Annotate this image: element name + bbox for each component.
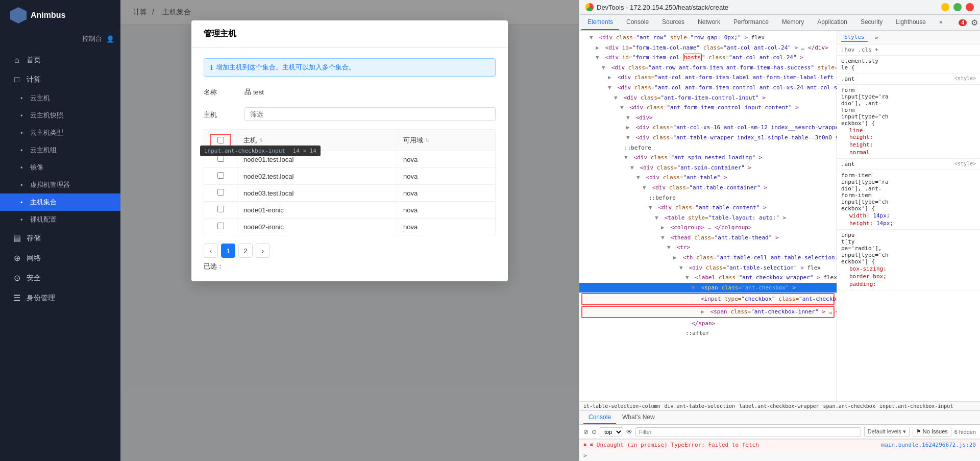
sidebar-item-cloud-host[interactable]: 云主机 <box>0 89 120 107</box>
sort-icon[interactable]: ⇅ <box>259 137 263 143</box>
bc-item[interactable]: span.ant-checkbox <box>823 403 875 409</box>
bottom-tabs: Console What's New <box>579 411 980 425</box>
sidebar-item-image[interactable]: 镜像 <box>0 159 120 176</box>
tab-application[interactable]: Application <box>811 15 853 30</box>
xml-line[interactable]: ▼ <tr> <box>579 242 837 253</box>
console-clear-icon[interactable]: ⊘ <box>583 428 589 435</box>
xml-line[interactable]: ▼ <div class="ant-form-item-control-inpu… <box>579 93 837 103</box>
user-icon[interactable]: 👤 <box>106 35 114 43</box>
sidebar-item-compute[interactable]: □ 计算 <box>0 70 120 89</box>
console-filter-icon[interactable]: ⊙ <box>592 428 597 435</box>
xml-line[interactable]: ▼ <div class="ant-table-container" > <box>579 183 837 193</box>
xml-line[interactable]: ▼ <div class="ant-row ant-form-item ant-… <box>579 63 837 73</box>
sidebar-item-network[interactable]: ⊕ 网络 <box>0 248 120 268</box>
xml-line[interactable]: ▼ <div class="ant-table" > <box>579 173 837 183</box>
console-eye-icon[interactable]: 👁 <box>626 428 632 435</box>
row-checkbox[interactable] <box>217 223 224 229</box>
page-2-button[interactable]: 2 <box>238 244 253 258</box>
row-zone: nova <box>397 185 496 202</box>
sidebar-item-identity[interactable]: ☰ 身份管理 <box>0 288 120 308</box>
sidebar-item-host-cluster[interactable]: 主机集合 <box>0 193 120 211</box>
bc-item[interactable]: label.ant-checkbox-wrapper <box>739 403 819 409</box>
xml-line[interactable]: ▼ <div class="ant-spin-nested-loading" > <box>579 153 837 163</box>
xml-line[interactable]: ▼ <div class="ant-table-selection" > fle… <box>579 263 837 273</box>
styles-tab-more[interactable]: » <box>872 33 881 42</box>
sidebar-item-cloud-type[interactable]: 云主机类型 <box>0 124 120 141</box>
xml-line[interactable]: ▼ <div class="ant-table-wrapper index_s1… <box>579 133 837 143</box>
sidebar-item-home[interactable]: ⌂ 首页 <box>0 51 120 70</box>
bc-item[interactable]: div.ant-table-selection <box>665 403 735 409</box>
sort-zone-icon[interactable]: ⇅ <box>425 137 429 143</box>
xml-line[interactable]: ▼ <div class="ant-spin-container" > <box>579 163 837 173</box>
home-icon: ⌂ <box>12 56 21 65</box>
close-button[interactable] <box>966 3 974 11</box>
no-issues-button[interactable]: ⚑ No Issues <box>913 427 951 436</box>
header-checkbox[interactable] <box>217 137 224 143</box>
xml-line[interactable]: ▶ <colgroup> … </colgroup> <box>579 223 837 233</box>
modal-header: 管理主机 <box>191 20 508 48</box>
bc-item[interactable]: it-table-selection-column <box>583 403 660 409</box>
xml-line[interactable]: ▼ <div class="ant-row" style="row-gap: 0… <box>579 33 837 43</box>
tab-elements[interactable]: Elements <box>581 15 619 30</box>
xml-line-selected[interactable]: ▼ <span class="ant-checkbox" > <box>579 283 837 293</box>
gear-icon[interactable]: ⚙ <box>971 18 978 28</box>
xml-line[interactable]: ▼ <div class="ant-table-content" > <box>579 203 837 213</box>
devtools-panel: DevTools - 172.20.154.250/heat/stack/cre… <box>579 0 980 461</box>
row-hostname: node01-ironic <box>237 202 397 219</box>
tab-memory[interactable]: Memory <box>776 15 810 30</box>
xml-line[interactable]: ▶ <div class="ant-col ant-form-item-labe… <box>579 72 837 83</box>
tab-network[interactable]: Network <box>692 15 726 30</box>
sidebar-item-cloud-group[interactable]: 云主机组 <box>0 141 120 159</box>
sidebar-item-bare-metal[interactable]: 裸机配置 <box>0 211 120 228</box>
error-badge: 4 <box>959 19 967 26</box>
tab-performance[interactable]: Performance <box>727 15 775 30</box>
error-source[interactable]: main.bundle.1624296672.js:20 <box>881 442 976 448</box>
xml-line[interactable]: ▼ <thead class="ant-table-thead" > <box>579 233 837 243</box>
row-checkbox[interactable] <box>217 206 224 212</box>
row-checkbox[interactable] <box>217 155 224 162</box>
xml-line-highlighted[interactable]: <input type="checkbox" class="ant-checkb… <box>581 293 835 305</box>
xml-line[interactable]: </span> <box>579 319 837 329</box>
prev-page-button[interactable]: ‹ <box>204 244 218 258</box>
minimize-button[interactable] <box>941 3 949 11</box>
host-search-input[interactable] <box>244 107 496 121</box>
next-page-button[interactable]: › <box>256 244 270 258</box>
sidebar-item-cloud-snapshot[interactable]: 云主机快照 <box>0 107 120 124</box>
row-checkbox[interactable] <box>217 189 224 196</box>
sidebar-item-vm-manager[interactable]: 虚拟机管理器 <box>0 176 120 193</box>
form-host-control <box>244 107 496 121</box>
xml-line[interactable]: ▶ <div id="form-item-col-name" class="an… <box>579 43 837 53</box>
xml-line-highlighted2[interactable]: ▶ <span class="ant-checkbox-inner" > … <… <box>581 306 835 318</box>
xml-line[interactable]: ▼ <label class="ant-checkbox-wrapper" > … <box>579 273 837 283</box>
tab-lighthouse[interactable]: Lighthouse <box>890 15 932 30</box>
tab-console[interactable]: Console <box>620 15 655 30</box>
xml-line[interactable]: ▼ <div id="form-item-col-hosts" class="a… <box>579 53 837 63</box>
sidebar-item-storage[interactable]: ▤ 存储 <box>0 228 120 248</box>
row-checkbox-cell <box>204 202 237 219</box>
sidebar-item-security[interactable]: ⊙ 安全 <box>0 268 120 288</box>
hov-cls-label[interactable]: :hov .cls + <box>841 46 878 53</box>
xml-line[interactable]: ▼ <div class="ant-form-item-control-inpu… <box>579 103 837 113</box>
sidebar-item-label: 镜像 <box>30 163 43 172</box>
tab-console-bottom[interactable]: Console <box>583 411 616 424</box>
console-prompt-line[interactable]: > <box>579 450 980 461</box>
styles-tab-styles[interactable]: Styles <box>841 33 868 42</box>
style-source: <style> <box>954 76 976 82</box>
xml-line[interactable]: ▼ <div> <box>579 113 837 123</box>
row-checkbox[interactable] <box>217 172 224 179</box>
console-context-select[interactable]: top <box>600 427 623 436</box>
maximize-button[interactable] <box>953 3 962 11</box>
tab-whats-new[interactable]: What's New <box>617 411 660 424</box>
row-zone: nova <box>397 168 496 185</box>
tab-sources[interactable]: Sources <box>656 15 691 30</box>
default-levels-button[interactable]: Default levels ▾ <box>864 427 910 436</box>
xml-line[interactable]: ▼ <div class="ant-col ant-form-item-cont… <box>579 83 837 93</box>
bc-item[interactable]: input.ant-checkbox-input <box>879 403 953 409</box>
xml-line[interactable]: ▶ <th class="ant-table-cell ant-table-se… <box>579 253 837 263</box>
xml-line[interactable]: ▶ <div class="ant-col-xs-16 ant-col-sm-1… <box>579 123 837 133</box>
xml-line[interactable]: ▼ <table style="table-layout: auto;" > <box>579 213 837 223</box>
tab-security[interactable]: Security <box>854 15 889 30</box>
console-filter-input[interactable] <box>635 427 861 436</box>
tab-more[interactable]: » <box>933 15 949 30</box>
page-1-button[interactable]: 1 <box>221 244 235 258</box>
